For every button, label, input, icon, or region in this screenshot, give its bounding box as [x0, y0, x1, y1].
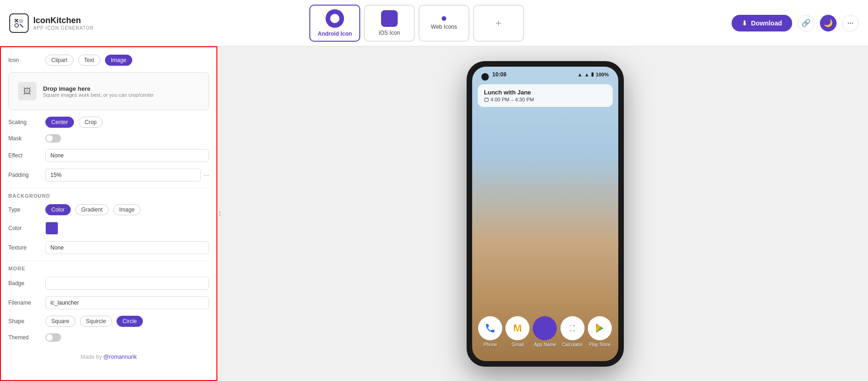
app-subtitle: APP ICON GENERATOR: [33, 25, 94, 31]
padding-input[interactable]: [45, 169, 201, 181]
texture-row: Texture None: [8, 241, 209, 254]
drop-text: Drop image here Square images work best,…: [43, 85, 154, 98]
icon-row: Icon Clipart Text Image: [8, 55, 209, 66]
sidebar-panel: Icon Clipart Text Image 🖼 Drop image her…: [0, 46, 217, 381]
tab-android[interactable]: Android Icon: [309, 5, 360, 42]
plus-icon: +: [495, 17, 502, 30]
texture-select[interactable]: None: [45, 241, 209, 254]
icon-tab-image[interactable]: Image: [105, 55, 132, 66]
phone-camera: [481, 73, 489, 81]
filename-input[interactable]: [45, 296, 209, 309]
download-button[interactable]: ⬇ Download: [732, 15, 792, 31]
preview-area: 10:08 ▲ ▲ ▮ 100% Lunch with Jane 4:00 PM…: [222, 46, 868, 381]
color-row: Color: [8, 222, 209, 235]
scaling-row: Scaling Center Crop: [8, 117, 209, 128]
phone-app-label: Phone: [484, 342, 497, 347]
icon-label: Icon: [8, 57, 41, 63]
padding-row: Padding ···: [8, 169, 209, 181]
drop-subtitle: Square images work best, or you can crop…: [43, 92, 154, 98]
padding-label: Padding: [8, 172, 41, 178]
svg-rect-0: [19, 19, 23, 23]
scaling-crop[interactable]: Crop: [79, 117, 103, 128]
effect-row: Effect None: [8, 149, 209, 162]
tab-ios-label: iOS Icon: [379, 30, 400, 36]
footer-text: Made by: [80, 354, 103, 360]
header-actions: ⬇ Download 🔗 🌙 ···: [732, 15, 859, 31]
notification-title: Lunch with Jane: [484, 89, 606, 96]
svg-marker-6: [596, 324, 603, 333]
notification-time-text: 4:00 PM – 4:30 PM: [491, 97, 534, 102]
phone-screen: 10:08 ▲ ▲ ▮ 100% Lunch with Jane 4:00 PM…: [472, 67, 618, 361]
calc-eq: =: [573, 329, 575, 333]
type-color[interactable]: Color: [45, 204, 71, 215]
padding-more-icon[interactable]: ···: [203, 171, 209, 179]
battery-icon: ▮: [591, 71, 594, 77]
effect-select[interactable]: None: [45, 149, 209, 162]
more-button[interactable]: ···: [842, 15, 859, 31]
theme-button[interactable]: 🌙: [820, 15, 837, 31]
footer-credit: Made by @romannurik: [8, 348, 209, 362]
shape-square[interactable]: Square: [45, 316, 75, 327]
icon-tab-clipart[interactable]: Clipart: [45, 55, 74, 66]
shape-label: Shape: [8, 318, 41, 325]
calc-plus: +: [570, 329, 572, 333]
tab-bar: Android Icon iOS Icon Web Icons +: [111, 5, 722, 42]
playstore-app-icon: [588, 316, 612, 340]
color-swatch[interactable]: [45, 222, 58, 235]
mask-toggle[interactable]: [45, 134, 61, 143]
tab-web[interactable]: Web Icons: [419, 5, 469, 42]
calculator-app-icon: − × + =: [560, 316, 585, 340]
download-icon: ⬇: [742, 19, 747, 27]
themed-row: Themed: [8, 333, 209, 342]
themed-toggle[interactable]: [45, 333, 61, 342]
gmail-app-icon: M: [505, 316, 529, 340]
filename-row: Filename: [8, 296, 209, 309]
resize-handle[interactable]: [217, 46, 222, 381]
badge-input[interactable]: [45, 277, 209, 290]
footer-link[interactable]: @romannurik: [104, 354, 137, 360]
scaling-center[interactable]: Center: [45, 117, 74, 128]
app-playstore: Play Store: [588, 316, 612, 347]
svg-point-1: [15, 24, 18, 27]
dot-1: [219, 212, 221, 213]
more-icon: ···: [847, 19, 853, 27]
gmail-m-icon: M: [513, 322, 522, 334]
drop-zone[interactable]: 🖼 Drop image here Square images work bes…: [8, 72, 209, 110]
playstore-triangle: [593, 322, 606, 335]
link-button[interactable]: 🔗: [798, 15, 814, 31]
filename-label: Filename: [8, 300, 41, 306]
divider-dots: [219, 212, 221, 216]
tab-add[interactable]: +: [473, 5, 524, 42]
ios-icon: [381, 10, 398, 27]
status-icons: ▲ ▲ ▮ 100%: [578, 71, 609, 77]
calculator-app-label: Calculator: [562, 342, 583, 347]
background-section-title: BACKGROUND: [8, 193, 209, 199]
tab-ios[interactable]: iOS Icon: [364, 5, 415, 42]
drop-title: Drop image here: [43, 85, 154, 92]
type-image[interactable]: Image: [113, 204, 141, 215]
type-gradient[interactable]: Gradient: [75, 204, 109, 215]
shape-circle[interactable]: Circle: [117, 316, 143, 327]
texture-label: Texture: [8, 244, 41, 251]
themed-label: Themed: [8, 334, 41, 341]
svg-point-2: [330, 14, 339, 23]
tab-web-label: Web Icons: [431, 24, 457, 30]
icon-tab-text[interactable]: Text: [78, 55, 100, 66]
phone-mockup: 10:08 ▲ ▲ ▮ 100% Lunch with Jane 4:00 PM…: [467, 61, 624, 367]
app-appname: App Name: [533, 316, 557, 347]
padding-input-row: ···: [45, 169, 209, 181]
tab-android-label: Android Icon: [318, 31, 352, 37]
calc-x: ×: [573, 324, 575, 328]
badge-label: Badge: [8, 280, 41, 287]
gmail-app-label: Gmail: [511, 342, 523, 347]
logo-area: IconKitchen APP ICON GENERATOR: [9, 13, 102, 33]
scaling-label: Scaling: [8, 119, 41, 125]
notification-card: Lunch with Jane 4:00 PM – 4:30 PM: [478, 84, 613, 107]
app-gmail: M Gmail: [505, 316, 529, 347]
calendar-icon: [484, 97, 489, 102]
shape-squircle[interactable]: Squircle: [80, 316, 112, 327]
status-bar: 10:08 ▲ ▲ ▮ 100%: [472, 67, 618, 78]
dot-2: [219, 214, 221, 216]
app-header: IconKitchen APP ICON GENERATOR Android I…: [0, 0, 868, 46]
appname-app-label: App Name: [534, 342, 556, 347]
